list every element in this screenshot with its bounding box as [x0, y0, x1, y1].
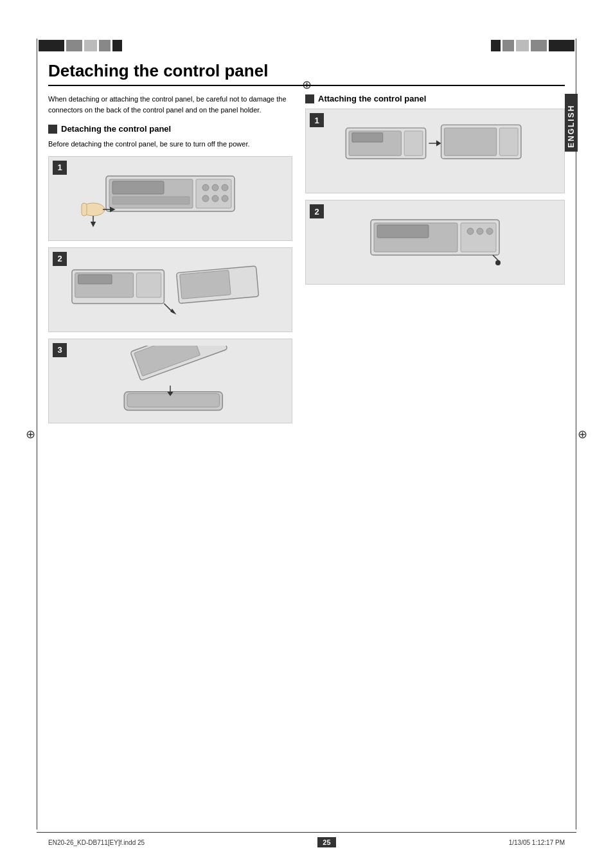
svg-rect-20 [180, 270, 231, 299]
top-bar-left-pattern [39, 40, 122, 51]
crosshair-mid-right: ⊕ [578, 427, 587, 441]
left-column: When detaching or attaching the control … [48, 94, 292, 430]
attach-section-heading: Attaching the control panel [305, 94, 565, 103]
intro-text: When detaching or attaching the control … [48, 94, 292, 115]
svg-point-6 [212, 184, 218, 191]
top-bar-right-pattern [491, 40, 574, 51]
svg-point-9 [212, 195, 218, 202]
heading-bar-icon-2 [305, 94, 314, 103]
svg-point-5 [202, 184, 209, 191]
step-number-2: 2 [53, 252, 67, 266]
detach-step-3-image [49, 339, 292, 423]
svg-rect-28 [404, 131, 423, 155]
footer: EN20-26_KD-DB711[EY]f.indd 25 25 1/13/05… [48, 837, 565, 847]
heading-bar-icon [48, 125, 57, 134]
attach-step-2: 2 [305, 200, 565, 285]
svg-point-39 [495, 260, 501, 265]
attach-step-number-1: 1 [310, 113, 324, 127]
svg-point-8 [202, 195, 209, 202]
attach-step-number-2: 2 [310, 204, 324, 218]
svg-rect-12 [82, 203, 87, 216]
english-badge: ENGLISH [565, 94, 578, 152]
main-content: Detaching the control panel When detachi… [48, 61, 565, 804]
page-title: Detaching the control panel [48, 61, 565, 86]
detach-subtext: Before detaching the control panel, be s… [48, 139, 292, 150]
detach-section-heading: Detaching the control panel [48, 124, 292, 134]
svg-rect-3 [112, 197, 190, 204]
crosshair-mid-left: ⊕ [26, 427, 35, 441]
svg-rect-31 [499, 128, 518, 155]
attach-step-1-image [306, 109, 564, 193]
right-column: ENGLISH Attaching the control panel 1 [305, 94, 565, 430]
svg-point-10 [222, 195, 228, 202]
svg-point-7 [222, 184, 228, 191]
detach-step-2: 2 [48, 247, 292, 332]
attach-heading-label: Attaching the control panel [318, 94, 426, 103]
svg-point-37 [477, 228, 483, 235]
svg-rect-27 [352, 133, 383, 142]
svg-point-36 [467, 228, 474, 235]
step-number-3: 3 [53, 343, 67, 357]
svg-rect-2 [112, 181, 164, 194]
border-right [576, 39, 576, 829]
page-number: 25 [317, 837, 335, 847]
detach-heading-label: Detaching the control panel [61, 124, 171, 134]
top-decorative-bar: ⊕ [0, 39, 613, 53]
detach-step-3: 3 [48, 339, 292, 423]
svg-rect-30 [444, 128, 496, 155]
detach-step-2-image [49, 248, 292, 332]
two-column-layout: When detaching or attaching the control … [48, 94, 565, 430]
attach-step-1: 1 [305, 109, 565, 193]
svg-rect-24 [127, 393, 219, 407]
svg-rect-34 [377, 225, 429, 238]
footer-right-text: 1/13/05 1:12:17 PM [509, 839, 565, 846]
detach-step-1-image [49, 157, 292, 240]
svg-rect-17 [78, 274, 112, 283]
svg-point-38 [486, 228, 493, 235]
attach-step-2-image [306, 200, 564, 284]
svg-rect-35 [461, 223, 496, 252]
border-left [37, 39, 37, 829]
bottom-bar [37, 832, 576, 833]
step-number-1: 1 [53, 161, 67, 175]
svg-rect-4 [196, 179, 231, 208]
svg-rect-18 [136, 272, 161, 297]
footer-left-text: EN20-26_KD-DB711[EY]f.indd 25 [48, 839, 145, 846]
detach-step-1: 1 [48, 156, 292, 241]
